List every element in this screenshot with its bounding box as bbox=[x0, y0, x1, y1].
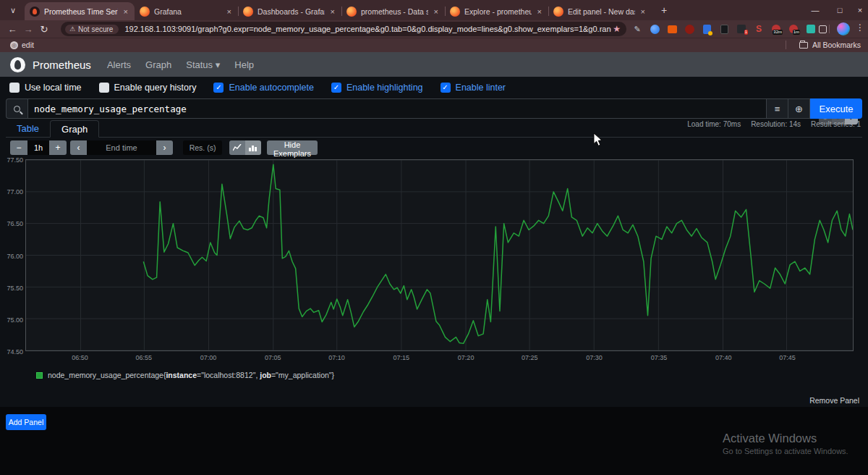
tab-close-icon[interactable]: × bbox=[226, 7, 233, 16]
browser-tab-dashboards[interactable]: Dashboards - Grafana × bbox=[238, 2, 341, 20]
extension-s-icon[interactable]: S bbox=[752, 22, 765, 35]
chart-plot-area[interactable] bbox=[25, 159, 854, 351]
x-tick-label: 07:10 bbox=[323, 354, 352, 361]
extension-pen-icon[interactable]: ✎ bbox=[631, 22, 644, 35]
tab-close-icon[interactable]: × bbox=[122, 7, 129, 16]
range-decrease-button[interactable]: − bbox=[10, 140, 27, 155]
y-tick-label: 76.50 bbox=[6, 220, 23, 227]
tab-graph[interactable]: Graph bbox=[50, 120, 99, 138]
all-bookmarks-label: All Bookmarks bbox=[812, 41, 861, 49]
time-forward-button[interactable]: › bbox=[156, 140, 173, 155]
metrics-explorer-button[interactable]: ≡ bbox=[767, 98, 788, 119]
tab-close-icon[interactable]: × bbox=[433, 7, 440, 16]
x-tick-label: 07:45 bbox=[773, 354, 801, 361]
profile-avatar[interactable] bbox=[837, 22, 850, 35]
extension-journal-icon[interactable] bbox=[718, 22, 731, 35]
chevron-left-icon: ‹ bbox=[77, 143, 80, 153]
remove-panel-button[interactable]: Remove Panel bbox=[809, 396, 859, 405]
forward-icon: → bbox=[24, 24, 33, 35]
option-highlighting[interactable]: ✓ Enable highlighting bbox=[331, 83, 423, 93]
browser-menu-button[interactable]: ⋮ bbox=[855, 22, 865, 33]
screenshot-icon bbox=[668, 25, 677, 33]
grafana-favicon-icon bbox=[553, 7, 563, 17]
window-minimize-button[interactable]: — bbox=[803, 0, 827, 20]
query-input[interactable] bbox=[27, 98, 767, 119]
browser-tab-datasources[interactable]: prometheus - Data sources - C × bbox=[341, 2, 445, 20]
toolbar-divider bbox=[829, 25, 830, 33]
hide-exemplars-button[interactable]: Hide Exemplars bbox=[267, 140, 318, 155]
series-legend[interactable]: node_memory_usage_percentage{instance="l… bbox=[36, 371, 334, 379]
tab-title: Explore - prometheus - Grafana bbox=[464, 7, 532, 16]
security-chip[interactable]: ⚠ Not secure bbox=[65, 25, 119, 34]
x-tick-label: 07:25 bbox=[515, 354, 544, 361]
file-icon bbox=[703, 25, 711, 34]
line-chart-button[interactable] bbox=[229, 140, 245, 155]
execute-button[interactable]: Execute bbox=[810, 98, 862, 119]
option-query-history[interactable]: Enable query history bbox=[99, 83, 197, 93]
option-autocomplete[interactable]: ✓ Enable autocomplete bbox=[213, 83, 313, 93]
checkbox-unchecked bbox=[99, 83, 109, 93]
range-input[interactable] bbox=[27, 140, 49, 155]
new-tab-button[interactable]: + bbox=[656, 2, 672, 18]
extensions-puzzle-icon[interactable] bbox=[816, 22, 829, 35]
tab-close-icon[interactable]: × bbox=[536, 7, 543, 16]
chevron-right-icon: › bbox=[163, 143, 166, 153]
reload-icon: ↻ bbox=[41, 24, 48, 35]
tab-search-button[interactable]: ∨ bbox=[4, 1, 22, 19]
nav-item-graph[interactable]: Graph bbox=[145, 59, 171, 70]
back-icon: ← bbox=[8, 24, 17, 35]
back-button[interactable]: ← bbox=[4, 24, 20, 35]
nav-item-help[interactable]: Help bbox=[234, 59, 254, 70]
timer-b-badge: 1m bbox=[793, 30, 800, 35]
end-time-input[interactable] bbox=[87, 140, 156, 155]
option-label: Enable query history bbox=[114, 83, 197, 93]
all-bookmarks-button[interactable]: All Bookmarks bbox=[799, 41, 861, 49]
extension-timer-b-icon[interactable]: 1m bbox=[787, 22, 800, 35]
extension-timer-a-icon[interactable]: 32m bbox=[770, 22, 783, 35]
extension-swirl-icon[interactable] bbox=[648, 22, 661, 35]
panel-tabs: Table Graph bbox=[6, 120, 862, 138]
minus-icon: − bbox=[16, 143, 21, 153]
stacked-chart-button[interactable] bbox=[245, 140, 261, 155]
window-close-button[interactable]: × bbox=[852, 0, 868, 20]
x-tick-label: 07:05 bbox=[258, 354, 287, 361]
nav-item-status[interactable]: Status ▾ bbox=[186, 59, 220, 70]
add-panel-button[interactable]: Add Panel bbox=[6, 414, 46, 430]
explain-button[interactable]: ⊕ bbox=[788, 98, 810, 119]
extension-file-icon[interactable] bbox=[700, 22, 713, 35]
forward-button[interactable]: → bbox=[20, 24, 36, 35]
nav-item-alerts[interactable]: Alerts bbox=[107, 59, 131, 70]
browser-tab-strip: ∨ Prometheus Time Series Collec × Grafan… bbox=[0, 0, 868, 20]
tab-close-icon[interactable]: × bbox=[639, 7, 647, 16]
checkbox-checked: ✓ bbox=[331, 83, 341, 93]
check-icon: ✓ bbox=[333, 83, 339, 91]
activate-windows-watermark: Activate Windows bbox=[723, 432, 817, 445]
y-tick-label: 74.50 bbox=[6, 348, 23, 356]
extension-adblock-icon[interactable] bbox=[683, 22, 696, 35]
tab-close-icon[interactable]: × bbox=[329, 7, 336, 16]
kebab-menu-icon: ⋮ bbox=[856, 22, 864, 33]
window-maximize-button[interactable]: □ bbox=[827, 0, 852, 20]
x-tick-label: 07:20 bbox=[451, 354, 480, 361]
time-back-button[interactable]: ‹ bbox=[70, 140, 87, 155]
option-use-local-time[interactable]: Use local time bbox=[9, 83, 82, 93]
browser-tab-explore[interactable]: Explore - prometheus - Grafana × bbox=[445, 2, 548, 20]
bookmark-star-icon[interactable]: ★ bbox=[611, 24, 622, 34]
browser-tab-prometheus[interactable]: Prometheus Time Series Collec × bbox=[25, 2, 135, 20]
option-label: Enable highlighting bbox=[346, 83, 423, 93]
resolution-input[interactable] bbox=[183, 140, 222, 155]
option-linter[interactable]: ✓ Enable linter bbox=[441, 83, 506, 93]
browser-tab-editpanel[interactable]: Edit panel - New dashboard - D × bbox=[548, 2, 652, 20]
plus-icon: + bbox=[661, 4, 667, 16]
y-tick-label: 77.50 bbox=[6, 156, 23, 164]
address-bar[interactable]: ⚠ Not secure 192.168.1.103:9091/graph?g0… bbox=[61, 22, 626, 36]
extension-screenshot-icon[interactable] bbox=[665, 22, 678, 35]
prometheus-navbar: Prometheus Alerts Graph Status ▾ Help ⚙ … bbox=[0, 52, 868, 77]
tab-table[interactable]: Table bbox=[6, 120, 50, 137]
range-increase-button[interactable]: + bbox=[49, 140, 67, 155]
reload-button[interactable]: ↻ bbox=[36, 24, 52, 35]
extension-counter-icon[interactable]: 1 bbox=[735, 22, 748, 35]
close-icon: × bbox=[858, 6, 862, 14]
bookmark-edit[interactable]: ◎ edit bbox=[10, 41, 34, 49]
browser-tab-grafana[interactable]: Grafana × bbox=[135, 2, 238, 20]
